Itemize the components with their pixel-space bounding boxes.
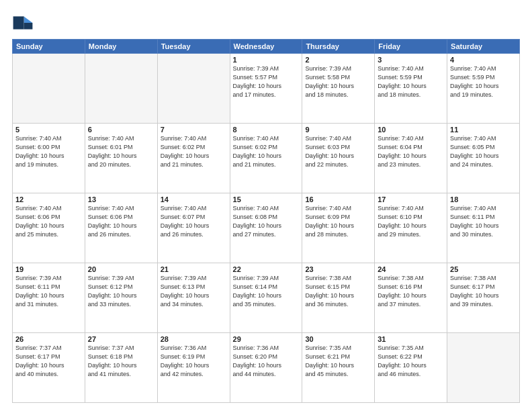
day-cell: 11Sunrise: 7:40 AMSunset: 6:05 PMDayligh… bbox=[447, 124, 520, 193]
week-row-3: 12Sunrise: 7:40 AMSunset: 6:06 PMDayligh… bbox=[13, 193, 520, 263]
day-cell: 29Sunrise: 7:36 AMSunset: 6:20 PMDayligh… bbox=[230, 333, 302, 403]
day-cell: 28Sunrise: 7:36 AMSunset: 6:19 PMDayligh… bbox=[157, 333, 230, 403]
day-cell: 7Sunrise: 7:40 AMSunset: 6:02 PMDaylight… bbox=[157, 124, 230, 193]
svg-rect-2 bbox=[13, 16, 24, 29]
day-cell: 12Sunrise: 7:40 AMSunset: 6:06 PMDayligh… bbox=[13, 193, 85, 263]
day-info: Sunrise: 7:40 AMSunset: 6:05 PMDaylight:… bbox=[450, 134, 517, 169]
day-cell bbox=[85, 54, 157, 124]
day-cell: 5Sunrise: 7:40 AMSunset: 6:00 PMDaylight… bbox=[13, 124, 85, 193]
day-cell: 30Sunrise: 7:35 AMSunset: 6:21 PMDayligh… bbox=[302, 333, 375, 403]
day-info: Sunrise: 7:40 AMSunset: 6:03 PMDaylight:… bbox=[305, 134, 371, 169]
day-number: 8 bbox=[233, 126, 300, 134]
day-info: Sunrise: 7:40 AMSunset: 6:08 PMDaylight:… bbox=[233, 204, 300, 239]
day-number: 28 bbox=[161, 335, 227, 343]
day-number: 12 bbox=[15, 195, 82, 203]
day-number: 21 bbox=[161, 265, 227, 273]
day-number: 20 bbox=[88, 265, 154, 273]
day-cell: 14Sunrise: 7:40 AMSunset: 6:07 PMDayligh… bbox=[157, 193, 230, 263]
day-info: Sunrise: 7:40 AMSunset: 6:02 PMDaylight:… bbox=[161, 134, 227, 169]
day-cell: 8Sunrise: 7:40 AMSunset: 6:02 PMDaylight… bbox=[230, 124, 302, 193]
day-cell: 13Sunrise: 7:40 AMSunset: 6:06 PMDayligh… bbox=[85, 193, 157, 263]
day-info: Sunrise: 7:39 AMSunset: 5:57 PMDaylight:… bbox=[233, 64, 300, 99]
day-cell bbox=[157, 54, 230, 124]
day-cell: 4Sunrise: 7:40 AMSunset: 5:59 PMDaylight… bbox=[447, 54, 520, 124]
day-info: Sunrise: 7:40 AMSunset: 6:06 PMDaylight:… bbox=[88, 204, 154, 239]
day-number: 14 bbox=[161, 195, 227, 203]
day-number: 4 bbox=[450, 56, 517, 64]
day-info: Sunrise: 7:39 AMSunset: 5:58 PMDaylight:… bbox=[305, 64, 371, 99]
day-info: Sunrise: 7:40 AMSunset: 5:59 PMDaylight:… bbox=[450, 64, 517, 99]
day-number: 29 bbox=[233, 335, 300, 343]
day-info: Sunrise: 7:37 AMSunset: 6:17 PMDaylight:… bbox=[15, 344, 82, 379]
day-info: Sunrise: 7:37 AMSunset: 6:18 PMDaylight:… bbox=[88, 344, 154, 379]
day-info: Sunrise: 7:40 AMSunset: 6:00 PMDaylight:… bbox=[15, 134, 82, 169]
day-number: 15 bbox=[233, 195, 300, 203]
day-number: 27 bbox=[88, 335, 154, 343]
day-info: Sunrise: 7:35 AMSunset: 6:21 PMDaylight:… bbox=[305, 344, 371, 379]
day-number: 31 bbox=[378, 335, 444, 343]
day-info: Sunrise: 7:40 AMSunset: 6:01 PMDaylight:… bbox=[88, 134, 154, 169]
day-info: Sunrise: 7:38 AMSunset: 6:17 PMDaylight:… bbox=[450, 274, 517, 309]
day-info: Sunrise: 7:40 AMSunset: 6:07 PMDaylight:… bbox=[161, 204, 227, 239]
page: SundayMondayTuesdayWednesdayThursdayFrid… bbox=[0, 0, 532, 411]
day-number: 2 bbox=[305, 56, 371, 64]
day-info: Sunrise: 7:40 AMSunset: 6:09 PMDaylight:… bbox=[305, 204, 371, 239]
day-cell: 15Sunrise: 7:40 AMSunset: 6:08 PMDayligh… bbox=[230, 193, 302, 263]
day-cell: 23Sunrise: 7:38 AMSunset: 6:15 PMDayligh… bbox=[302, 263, 375, 333]
day-info: Sunrise: 7:39 AMSunset: 6:11 PMDaylight:… bbox=[15, 274, 82, 309]
day-cell: 18Sunrise: 7:40 AMSunset: 6:11 PMDayligh… bbox=[447, 193, 520, 263]
day-number: 7 bbox=[161, 126, 227, 134]
day-info: Sunrise: 7:39 AMSunset: 6:14 PMDaylight:… bbox=[233, 274, 300, 309]
day-cell: 20Sunrise: 7:39 AMSunset: 6:12 PMDayligh… bbox=[85, 263, 157, 333]
day-info: Sunrise: 7:39 AMSunset: 6:13 PMDaylight:… bbox=[161, 274, 227, 309]
day-number: 22 bbox=[233, 265, 300, 273]
svg-marker-1 bbox=[24, 23, 33, 30]
day-header-wednesday: Wednesday bbox=[230, 40, 302, 54]
day-number: 19 bbox=[15, 265, 82, 273]
day-info: Sunrise: 7:40 AMSunset: 5:59 PMDaylight:… bbox=[378, 64, 444, 99]
day-number: 13 bbox=[88, 195, 154, 203]
day-cell: 10Sunrise: 7:40 AMSunset: 6:04 PMDayligh… bbox=[375, 124, 447, 193]
day-number: 25 bbox=[450, 265, 517, 273]
day-cell: 9Sunrise: 7:40 AMSunset: 6:03 PMDaylight… bbox=[302, 124, 375, 193]
day-number: 17 bbox=[378, 195, 444, 203]
day-number: 23 bbox=[305, 265, 371, 273]
week-row-1: 1Sunrise: 7:39 AMSunset: 5:57 PMDaylight… bbox=[13, 54, 520, 124]
day-number: 18 bbox=[450, 195, 517, 203]
svg-marker-0 bbox=[24, 16, 33, 23]
day-cell bbox=[13, 54, 85, 124]
day-info: Sunrise: 7:36 AMSunset: 6:19 PMDaylight:… bbox=[161, 344, 227, 379]
day-info: Sunrise: 7:40 AMSunset: 6:11 PMDaylight:… bbox=[450, 204, 517, 239]
day-number: 9 bbox=[305, 126, 371, 134]
day-number: 26 bbox=[15, 335, 82, 343]
day-header-friday: Friday bbox=[375, 40, 447, 54]
header bbox=[12, 12, 520, 34]
day-cell bbox=[447, 333, 520, 403]
day-info: Sunrise: 7:36 AMSunset: 6:20 PMDaylight:… bbox=[233, 344, 300, 379]
header-row: SundayMondayTuesdayWednesdayThursdayFrid… bbox=[13, 40, 520, 54]
day-number: 11 bbox=[450, 126, 517, 134]
day-cell: 24Sunrise: 7:38 AMSunset: 6:16 PMDayligh… bbox=[375, 263, 447, 333]
day-cell: 21Sunrise: 7:39 AMSunset: 6:13 PMDayligh… bbox=[157, 263, 230, 333]
day-header-saturday: Saturday bbox=[447, 40, 520, 54]
day-cell: 27Sunrise: 7:37 AMSunset: 6:18 PMDayligh… bbox=[85, 333, 157, 403]
day-cell: 25Sunrise: 7:38 AMSunset: 6:17 PMDayligh… bbox=[447, 263, 520, 333]
day-info: Sunrise: 7:39 AMSunset: 6:12 PMDaylight:… bbox=[88, 274, 154, 309]
day-number: 10 bbox=[378, 126, 444, 134]
calendar-table: SundayMondayTuesdayWednesdayThursdayFrid… bbox=[12, 39, 520, 403]
day-header-monday: Monday bbox=[85, 40, 157, 54]
day-cell: 31Sunrise: 7:35 AMSunset: 6:22 PMDayligh… bbox=[375, 333, 447, 403]
week-row-4: 19Sunrise: 7:39 AMSunset: 6:11 PMDayligh… bbox=[13, 263, 520, 333]
day-number: 16 bbox=[305, 195, 371, 203]
day-cell: 17Sunrise: 7:40 AMSunset: 6:10 PMDayligh… bbox=[375, 193, 447, 263]
day-header-thursday: Thursday bbox=[302, 40, 375, 54]
day-cell: 19Sunrise: 7:39 AMSunset: 6:11 PMDayligh… bbox=[13, 263, 85, 333]
day-cell: 6Sunrise: 7:40 AMSunset: 6:01 PMDaylight… bbox=[85, 124, 157, 193]
day-header-tuesday: Tuesday bbox=[157, 40, 230, 54]
day-number: 3 bbox=[378, 56, 444, 64]
logo-icon bbox=[12, 12, 34, 34]
day-number: 30 bbox=[305, 335, 371, 343]
day-info: Sunrise: 7:40 AMSunset: 6:10 PMDaylight:… bbox=[378, 204, 444, 239]
day-number: 6 bbox=[88, 126, 154, 134]
day-cell: 26Sunrise: 7:37 AMSunset: 6:17 PMDayligh… bbox=[13, 333, 85, 403]
